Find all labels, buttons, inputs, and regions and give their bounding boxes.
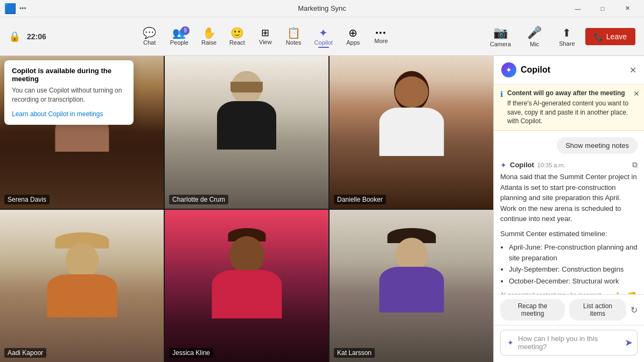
maximize-button[interactable]: □	[590, 0, 615, 17]
toolbar-notes[interactable]: 📋 Notes	[281, 24, 307, 49]
video-tile-danielle: Danielle Booker	[330, 56, 493, 209]
meeting-time: 22:06	[27, 32, 46, 41]
chat-icon: 💬	[143, 27, 156, 38]
window-controls: — □ ✕	[565, 0, 640, 17]
copilot-logo-icon: ✦	[501, 62, 516, 77]
chat-label: Chat	[143, 39, 156, 46]
toolbar-camera[interactable]: 📷 Camera	[485, 23, 516, 51]
copilot-msg-icon: ✦	[500, 161, 507, 169]
copilot-label: Copilot	[314, 39, 333, 46]
message-time: 10:35 a.m.	[537, 162, 565, 168]
title-bar: 🟦 ••• Marketing Sync — □ ✕	[0, 0, 644, 17]
toolbar-react[interactable]: 🙂 React	[224, 24, 250, 49]
mic-icon: 🎤	[527, 26, 542, 40]
window-title: Marketing Sync	[298, 4, 346, 12]
copilot-panel: ✦ Copilot ✕ ℹ Content will go away after…	[493, 56, 644, 362]
warning-body: If there's AI-generated content you want…	[507, 99, 638, 126]
tooltip-body: You can use Copilot without turning on r…	[12, 86, 126, 104]
leave-button[interactable]: 📞 Leave	[585, 28, 635, 45]
main-content: Copilot is available during the meeting …	[0, 56, 644, 362]
copilot-messages: Show meeting notes ✦ Copilot 10:35 a.m. …	[494, 131, 644, 294]
info-icon: ℹ	[500, 89, 503, 126]
minimize-button[interactable]: —	[565, 0, 590, 17]
refresh-button[interactable]: ↻	[631, 305, 638, 315]
raise-label: Raise	[201, 39, 216, 46]
timeline-title: Summit Center estimated timeline:	[500, 229, 638, 239]
message-sender-row: ✦ Copilot 10:35 a.m.	[500, 161, 565, 169]
message-header: ✦ Copilot 10:35 a.m. ⧉	[500, 160, 638, 169]
leave-label: Leave	[606, 32, 627, 41]
copilot-input-box[interactable]: ✦ How can I help you in this meeting? ➤	[500, 330, 638, 356]
timeline-item-1: April-June: Pre-construction planning an…	[509, 242, 638, 263]
warning-close-button[interactable]: ✕	[633, 89, 640, 100]
copilot-input-icon: ✦	[507, 338, 514, 347]
tooltip-title: Copilot is available during the meeting	[12, 67, 126, 83]
mic-label: Mic	[530, 41, 539, 47]
title-bar-left: 🟦 •••	[4, 3, 26, 15]
raise-icon: ✋	[202, 27, 216, 38]
toolbar-mic[interactable]: 🎤 Mic	[521, 23, 549, 51]
timeline-item-3: October-December: Structural work	[509, 276, 638, 287]
participant-name-jessica: Jessica Kline	[169, 348, 213, 358]
toolbar-center: 💬 Chat 👥 People 9 ✋ Raise 🙂 React ⊞ View…	[137, 24, 394, 49]
copy-icon[interactable]: ⧉	[632, 160, 638, 169]
copilot-panel-header: ✦ Copilot ✕	[494, 56, 644, 84]
participant-name-serena: Serena Davis	[4, 195, 50, 204]
tooltip-learn-link[interactable]: Learn about Copilot in meetings	[12, 110, 103, 118]
view-label: View	[259, 39, 272, 45]
copilot-close-button[interactable]: ✕	[629, 65, 636, 75]
toolbar-people[interactable]: 👥 People 9	[165, 24, 194, 49]
warning-title: Content will go away after the meeting	[507, 89, 638, 98]
toolbar-copilot[interactable]: ✦ Copilot	[309, 24, 338, 49]
notes-label: Notes	[286, 39, 302, 46]
toolbar-apps[interactable]: ⊕ Apps	[340, 24, 366, 49]
copilot-header-left: ✦ Copilot	[501, 62, 550, 77]
apps-label: Apps	[346, 39, 360, 46]
toolbar-view[interactable]: ⊞ View	[253, 25, 278, 48]
toolbar-raise[interactable]: ✋ Raise	[196, 24, 222, 49]
react-label: React	[229, 39, 245, 46]
video-tile-jessica: Jessica Kline	[165, 210, 328, 363]
timeline-list: April-June: Pre-construction planning an…	[500, 242, 638, 286]
copilot-message: ✦ Copilot 10:35 a.m. ⧉ Mona said that th…	[500, 160, 638, 294]
message-text: Mona said that the Summit Center project…	[500, 172, 638, 224]
video-tile-kat: Kat Larsson	[330, 210, 493, 363]
lock-icon: 🔒	[9, 31, 20, 42]
close-button[interactable]: ✕	[615, 0, 640, 17]
video-tile-charlotte: Charlotte de Crum	[165, 56, 328, 209]
share-icon: ⬆	[562, 26, 571, 39]
message-sender: Copilot	[510, 161, 534, 169]
leave-phone-icon: 📞	[594, 32, 603, 41]
participant-name-charlotte: Charlotte de Crum	[169, 195, 228, 204]
camera-label: Camera	[490, 41, 511, 47]
copilot-warning-banner: ℹ Content will go away after the meeting…	[494, 84, 644, 131]
copilot-input-placeholder: How can I help you in this meeting?	[518, 335, 618, 351]
quick-actions: Recap the meeting List action items ↻	[494, 294, 644, 325]
camera-icon: 📷	[493, 26, 508, 40]
apps-icon: ⊕	[348, 27, 358, 38]
video-tile-aadi: Aadi Kapoor	[0, 210, 164, 363]
show-meeting-notes-button[interactable]: Show meeting notes	[557, 137, 638, 154]
share-label: Share	[559, 40, 575, 47]
toolbar-more[interactable]: ••• More	[368, 26, 394, 47]
view-icon: ⊞	[261, 28, 269, 38]
react-icon: 🙂	[230, 27, 244, 38]
teams-logo-icon: 🟦	[4, 3, 16, 15]
toolbar-right: 📷 Camera 🎤 Mic ⬆ Share 📞 Leave	[485, 23, 635, 51]
video-grid: Copilot is available during the meeting …	[0, 56, 493, 362]
toolbar-share[interactable]: ⬆ Share	[553, 23, 581, 50]
toolbar-chat[interactable]: 💬 Chat	[137, 24, 163, 49]
title-bar-menu[interactable]: •••	[19, 5, 26, 12]
participant-name-kat: Kat Larsson	[334, 348, 375, 358]
people-label: People	[170, 39, 188, 46]
copilot-input-area: ✦ How can I help you in this meeting? ➤	[494, 325, 644, 362]
participant-name-aadi: Aadi Kapoor	[4, 348, 46, 358]
participant-name-danielle: Danielle Booker	[334, 195, 386, 204]
list-action-items-button[interactable]: List action items	[569, 299, 626, 321]
send-button[interactable]: ➤	[625, 337, 633, 349]
people-badge: 9	[181, 26, 190, 35]
copilot-panel-title: Copilot	[521, 65, 550, 75]
recap-meeting-button[interactable]: Recap the meeting	[500, 299, 565, 321]
warning-content: Content will go away after the meeting I…	[507, 89, 638, 126]
copilot-toolbar-icon: ✦	[319, 27, 328, 38]
